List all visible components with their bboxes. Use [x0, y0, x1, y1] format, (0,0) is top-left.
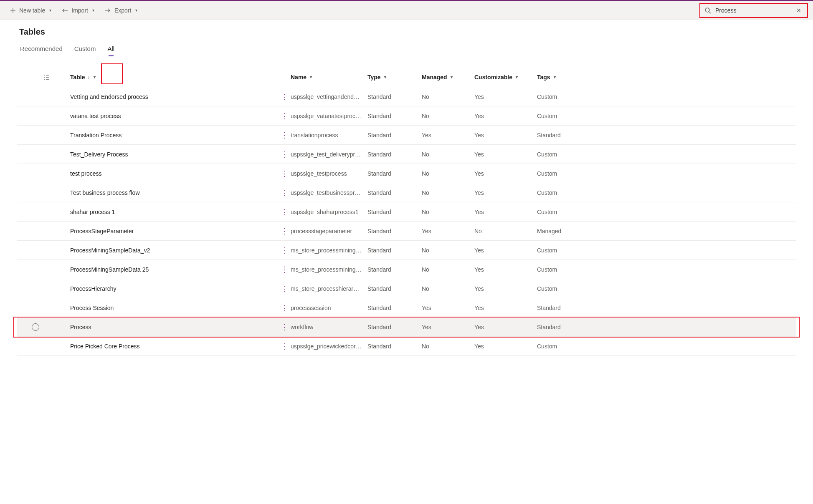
clear-search-button[interactable]: ✕ [795, 5, 803, 15]
tab-all[interactable]: All [106, 43, 115, 55]
cell-table[interactable]: shahar process 1 [70, 209, 279, 215]
more-actions-button[interactable]: ⋮ [279, 131, 291, 140]
more-actions-button[interactable]: ⋮ [279, 323, 291, 332]
cell-managed: No [422, 209, 474, 215]
table-row[interactable]: test process⋮uspsslge_testprocessStandar… [17, 164, 796, 183]
col-customizable[interactable]: Customizable ▾ [474, 74, 537, 81]
cell-managed: No [422, 266, 474, 273]
row-select[interactable] [17, 323, 54, 331]
cell-managed: Yes [422, 132, 474, 139]
cell-table[interactable]: Process [70, 324, 279, 330]
chevron-down-icon: ▾ [384, 75, 386, 79]
more-actions-button[interactable]: ⋮ [279, 342, 291, 351]
cell-managed: Yes [422, 228, 474, 234]
search-input[interactable] [715, 7, 795, 14]
plus-icon [10, 8, 16, 13]
more-actions-button[interactable]: ⋮ [279, 284, 291, 293]
cell-managed: No [422, 343, 474, 350]
cell-tags: Custom [537, 343, 600, 350]
cell-table[interactable]: Process Session [70, 305, 279, 311]
more-actions-button[interactable]: ⋮ [279, 227, 291, 236]
search-box[interactable]: ✕ [699, 3, 808, 18]
table-row[interactable]: Test_Delivery Process⋮uspsslge_test_deli… [17, 145, 796, 164]
table-row[interactable]: Process Session⋮processsessionStandardYe… [17, 298, 796, 318]
cell-table[interactable]: Test business process flow [70, 189, 279, 196]
cell-tags: Custom [537, 170, 600, 177]
cell-name: translationprocess [291, 132, 367, 139]
cell-tags: Custom [537, 189, 600, 196]
tab-recommended[interactable]: Recommended [19, 43, 63, 55]
cell-tags: Custom [537, 93, 600, 100]
more-actions-button[interactable]: ⋮ [279, 169, 291, 178]
col-name[interactable]: Name ▾ [291, 74, 367, 81]
chevron-down-icon: ▾ [92, 8, 94, 13]
chevron-down-icon: ▾ [516, 75, 518, 79]
svg-point-0 [705, 8, 709, 12]
more-actions-button[interactable]: ⋮ [279, 150, 291, 159]
more-actions-button[interactable]: ⋮ [279, 246, 291, 255]
cell-tags: Standard [537, 324, 600, 330]
export-button[interactable]: Export ▾ [99, 1, 142, 19]
page-title: Tables [17, 27, 796, 37]
cell-tags: Managed [537, 228, 600, 234]
cell-type: Standard [367, 93, 422, 100]
table-row[interactable]: shahar process 1⋮uspsslge_shaharprocess1… [17, 202, 796, 222]
cell-name: ms_store_processminings... [291, 247, 367, 254]
cell-managed: No [422, 247, 474, 254]
more-actions-button[interactable]: ⋮ [279, 303, 291, 312]
table-row[interactable]: Process⋮workflowStandardYesYesStandard [17, 318, 796, 337]
table-row[interactable]: Vetting and Endorsed process⋮uspsslge_ve… [17, 87, 796, 106]
cell-table[interactable]: vatana test process [70, 113, 279, 119]
cell-table[interactable]: ProcessMiningSampleData_v2 [70, 247, 279, 254]
table-row[interactable]: ProcessStageParameter⋮processstageparame… [17, 222, 796, 241]
col-managed[interactable]: Managed ▾ [422, 74, 474, 81]
cell-tags: Custom [537, 285, 600, 292]
cell-table[interactable]: ProcessMiningSampleData 25 [70, 266, 279, 273]
table-row[interactable]: Price Picked Core Process⋮uspsslge_price… [17, 337, 796, 356]
cell-table[interactable]: Vetting and Endorsed process [70, 93, 279, 100]
export-label: Export [114, 7, 131, 14]
cell-name: workflow [291, 324, 367, 330]
chevron-down-icon: ▾ [554, 75, 556, 79]
cell-tags: Custom [537, 209, 600, 215]
more-actions-button[interactable]: ⋮ [279, 111, 291, 121]
col-type[interactable]: Type ▾ [367, 74, 422, 81]
cell-table[interactable]: Translation Process [70, 132, 279, 139]
table-row[interactable]: ProcessHierarchy⋮ms_store_processhierarc… [17, 279, 796, 298]
cell-type: Standard [367, 343, 422, 350]
more-actions-button[interactable]: ⋮ [279, 207, 291, 217]
cell-type: Standard [367, 305, 422, 311]
cell-name: uspsslge_vatanatestprocess [291, 113, 367, 119]
import-button[interactable]: Import ▾ [56, 1, 99, 19]
cell-customizable: Yes [474, 324, 537, 330]
cell-table[interactable]: ProcessStageParameter [70, 228, 279, 234]
cell-customizable: Yes [474, 93, 537, 100]
radio-unselected-icon[interactable] [32, 323, 39, 331]
cell-type: Standard [367, 170, 422, 177]
cell-table[interactable]: Price Picked Core Process [70, 343, 279, 350]
cell-table[interactable]: test process [70, 170, 279, 177]
col-tags[interactable]: Tags ▾ [537, 74, 600, 81]
table-row[interactable]: ProcessMiningSampleData_v2⋮ms_store_proc… [17, 241, 796, 260]
col-table[interactable]: Table ↓ ▾ [70, 74, 279, 81]
cell-type: Standard [367, 324, 422, 330]
list-view-icon[interactable] [17, 74, 54, 80]
cell-table[interactable]: ProcessHierarchy [70, 285, 279, 292]
cell-name: uspsslge_testprocess [291, 170, 367, 177]
table-row[interactable]: vatana test process⋮uspsslge_vatanatestp… [17, 106, 796, 126]
cell-customizable: Yes [474, 305, 537, 311]
more-actions-button[interactable]: ⋮ [279, 265, 291, 274]
cell-customizable: Yes [474, 113, 537, 119]
sort-down-icon: ↓ [88, 74, 90, 80]
content: Tables Recommended Custom All Table ↓ ▾ … [0, 20, 813, 356]
more-actions-button[interactable]: ⋮ [279, 92, 291, 101]
table-row[interactable]: Test business process flow⋮uspsslge_test… [17, 183, 796, 202]
cell-table[interactable]: Test_Delivery Process [70, 151, 279, 158]
cell-managed: No [422, 189, 474, 196]
more-actions-button[interactable]: ⋮ [279, 188, 291, 197]
table-row[interactable]: Translation Process⋮translationprocessSt… [17, 126, 796, 145]
tab-custom[interactable]: Custom [73, 43, 97, 55]
new-table-button[interactable]: New table ▾ [5, 1, 56, 19]
table-row[interactable]: ProcessMiningSampleData 25⋮ms_store_proc… [17, 260, 796, 279]
cell-customizable: Yes [474, 151, 537, 158]
